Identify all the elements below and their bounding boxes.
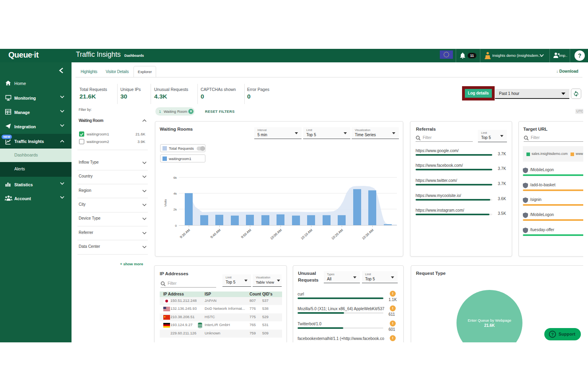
svg-text:10:00 AM: 10:00 AM (269, 228, 282, 240)
svg-text:10:20 AM: 10:20 AM (331, 228, 344, 240)
svg-text:10:10 AM: 10:10 AM (300, 228, 313, 240)
svg-text:?: ? (551, 332, 554, 337)
svg-text:2k: 2k (174, 208, 177, 211)
svg-text:9:30 AM: 9:30 AM (179, 228, 191, 239)
svg-text:Visits: Visits (164, 199, 167, 207)
svg-text:0: 0 (175, 224, 177, 228)
svg-text:4k: 4k (174, 192, 177, 195)
svg-text:10:30 AM: 10:30 AM (361, 228, 374, 240)
svg-text:9:40 AM: 9:40 AM (209, 228, 221, 239)
svg-text:9:50 AM: 9:50 AM (240, 228, 252, 239)
svg-text:6k: 6k (174, 176, 177, 180)
